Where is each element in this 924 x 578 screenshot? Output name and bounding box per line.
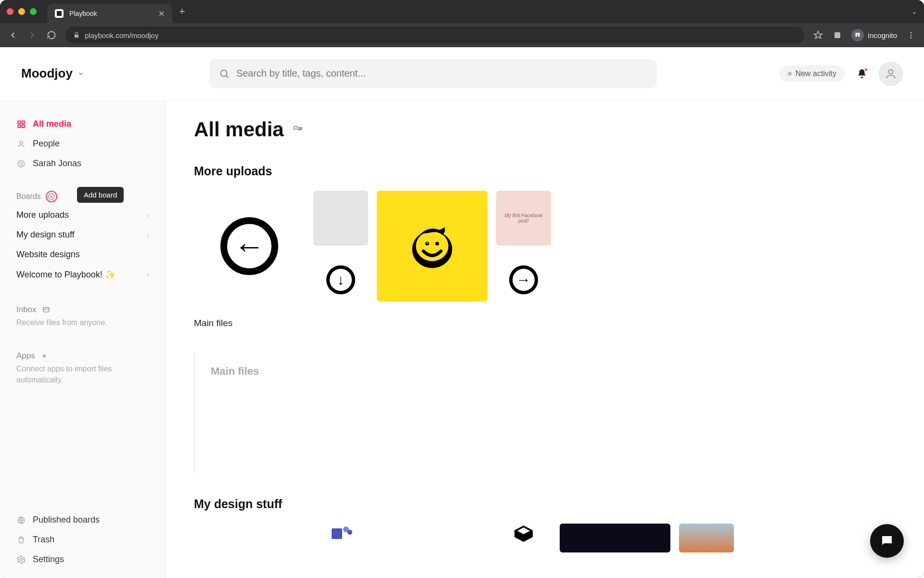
sidebar-item-settings[interactable]: Settings [10, 551, 156, 568]
lock-icon [73, 32, 80, 39]
svg-point-2 [855, 35, 857, 37]
section-title-more-uploads: More uploads [194, 164, 896, 178]
thumbnail-facebook-post[interactable]: My first Facebook post! [496, 191, 551, 246]
workspace-switcher[interactable]: Moodjoy [21, 66, 84, 81]
bookmark-star-icon[interactable] [813, 30, 823, 40]
sidebar-item-label: Trash [33, 535, 54, 545]
incognito-icon [851, 29, 864, 41]
board-item-more-uploads[interactable]: More uploads › [10, 206, 156, 224]
tab-close-icon[interactable]: ✕ [158, 9, 165, 18]
thumbnail-partial[interactable] [194, 524, 305, 552]
svg-point-5 [911, 35, 912, 36]
thumbnail-row: My first Facebook post! [194, 191, 896, 307]
nav-reload-icon[interactable] [46, 30, 57, 40]
tooltip-add-board: Add board [77, 187, 124, 203]
chat-fab[interactable] [870, 524, 904, 558]
user-avatar[interactable] [879, 62, 903, 86]
thumbnail-caption: My first Facebook post! [496, 210, 551, 226]
subfolder-title: Main files [211, 365, 896, 378]
apps-desc: Connect apps to import files automatical… [16, 364, 149, 385]
board-item-my-design-stuff[interactable]: My design stuff › [10, 226, 156, 244]
thumbnail-row [194, 524, 896, 552]
sidebar-item-trash[interactable]: Trash [10, 531, 156, 549]
svg-point-4 [911, 32, 912, 33]
arrow-right-circle-icon [509, 265, 538, 294]
thumbnail-partial[interactable] [560, 524, 670, 552]
grid-icon [16, 119, 26, 129]
board-item-website-designs[interactable]: Website designs [10, 246, 156, 263]
add-board-button[interactable] [46, 191, 57, 202]
thumbnail-arrow-down[interactable] [313, 252, 368, 307]
subfolder-main-files[interactable]: Main files [194, 353, 896, 474]
extensions-icon[interactable] [832, 30, 843, 40]
row-label-main-files[interactable]: Main files [194, 318, 896, 328]
apps-section[interactable]: Apps Connect apps to import files automa… [10, 346, 156, 387]
folder-link-icon[interactable] [293, 124, 303, 135]
thumbnail-blank[interactable] [313, 191, 368, 246]
inbox-desc: Receive files from anyone. [16, 317, 149, 328]
board-item-welcome[interactable]: Welcome to Playbook! ✨ › [10, 265, 156, 284]
smile-icon [16, 159, 26, 169]
plus-circle-icon [48, 193, 55, 200]
svg-rect-12 [22, 125, 25, 127]
nav-forward-icon[interactable] [27, 30, 38, 40]
board-label: Website designs [16, 250, 80, 260]
board-label: Welcome to Playbook! ✨ [16, 269, 116, 280]
sidebar-item-label: People [33, 139, 60, 149]
browser-tab[interactable]: Playbook ✕ [47, 4, 172, 23]
nav-back-icon[interactable] [8, 30, 18, 40]
browser-menu-icon[interactable] [906, 30, 916, 40]
thumbnail-partial[interactable] [377, 524, 488, 552]
sidebar-item-user[interactable]: Sarah Jonas [10, 155, 156, 172]
chevron-down-icon [77, 70, 84, 77]
section-title-my-design-stuff: My design stuff [194, 497, 896, 511]
tabs-overflow-icon[interactable]: ⌄ [911, 8, 917, 15]
notifications-button[interactable] [857, 68, 867, 79]
sidebar-item-published[interactable]: Published boards [10, 511, 156, 529]
thumbnail-arrow-right[interactable] [496, 252, 551, 307]
window-maximize[interactable] [30, 8, 37, 15]
mailchimp-logo-icon [401, 215, 463, 277]
sidebar-item-all-media[interactable]: All media [10, 115, 156, 133]
svg-point-16 [22, 162, 23, 163]
chevron-right-icon: › [147, 271, 149, 278]
thumbnail-partial[interactable] [496, 524, 551, 552]
sidebar-item-label: All media [33, 119, 71, 129]
plus-icon[interactable] [41, 353, 48, 359]
incognito-indicator[interactable]: Incognito [851, 29, 897, 41]
thumbnail-mailchimp[interactable] [377, 191, 488, 302]
svg-point-7 [221, 70, 227, 76]
globe-icon [16, 515, 26, 525]
sidebar-item-people[interactable]: People [10, 135, 156, 153]
new-tab-button[interactable]: + [179, 5, 185, 18]
svg-point-15 [20, 162, 21, 163]
thumbnail-arrow-left[interactable] [194, 191, 305, 302]
boards-label: Boards [16, 192, 41, 201]
sidebar-item-label: Sarah Jonas [33, 158, 81, 169]
apps-label: Apps [16, 351, 35, 361]
notification-badge [864, 67, 868, 72]
svg-point-25 [426, 242, 428, 244]
thumbnail-partial[interactable] [313, 524, 368, 552]
window-minimize[interactable] [18, 8, 25, 15]
main-content: All media More uploads [166, 101, 924, 578]
search-input[interactable] [209, 59, 657, 88]
inbox-label: Inbox [16, 305, 37, 315]
thumbnail-partial[interactable] [679, 524, 734, 552]
url-bar[interactable]: playbook.com/moodjoy [65, 26, 804, 44]
window-close[interactable] [7, 8, 13, 15]
svg-point-8 [889, 69, 893, 74]
new-activity-button[interactable]: New activity [779, 66, 845, 82]
arrow-left-circle-icon [220, 217, 278, 275]
status-dot-icon [788, 72, 792, 76]
svg-point-24 [436, 242, 439, 246]
boards-section-header: Boards Add board [10, 189, 156, 204]
tab-title: Playbook [69, 10, 153, 17]
search-icon [219, 68, 230, 79]
person-icon [885, 67, 897, 80]
chevron-right-icon: › [147, 231, 149, 239]
sidebar-item-label: Settings [33, 554, 64, 565]
person-icon [16, 139, 26, 149]
browser-toolbar: playbook.com/moodjoy Incognito [0, 23, 924, 47]
inbox-section[interactable]: Inbox Receive files from anyone. [10, 300, 156, 330]
